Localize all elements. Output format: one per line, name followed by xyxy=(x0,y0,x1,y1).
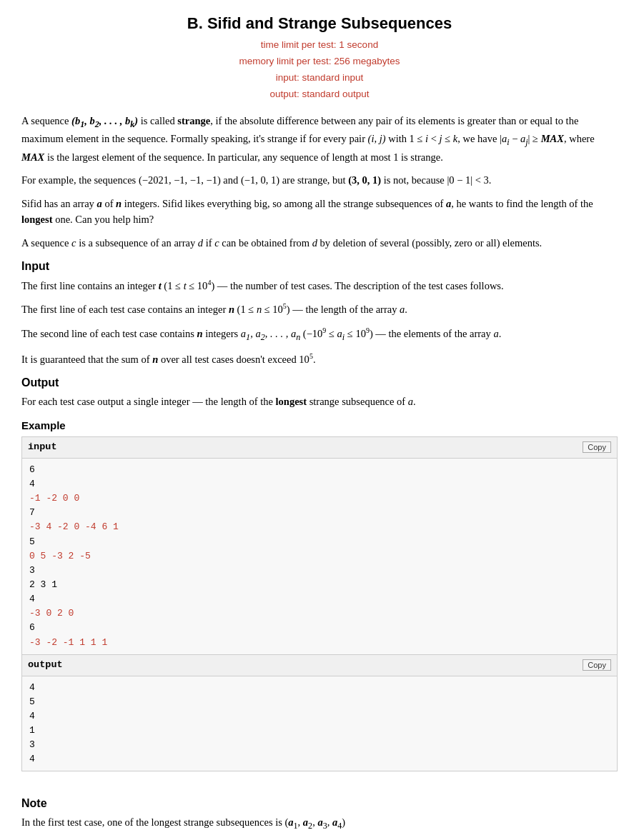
output-code-body: 4 5 4 1 3 4 xyxy=(22,676,617,771)
input-copy-button[interactable]: Copy xyxy=(583,441,611,453)
output-section-title: Output xyxy=(21,374,618,392)
input-desc-4: It is guaranteed that the sum of n over … xyxy=(21,351,618,367)
input-code-label: input xyxy=(28,440,57,455)
example-paragraph: For example, the sequences (−2021, −1, −… xyxy=(21,172,618,188)
input-section-title: Input xyxy=(21,258,618,276)
note-1: In the first test case, one of the longe… xyxy=(21,814,618,833)
sifid-paragraph: Sifid has an array a of n integers. Sifi… xyxy=(21,196,618,228)
input-type: input: standard input xyxy=(21,70,618,86)
problem-title: B. Sifid and Strange Subsequences xyxy=(21,14,618,33)
input-code-block: input Copy 6 4 -1 -2 0 0 7 -3 4 -2 0 -4 … xyxy=(21,436,618,655)
output-desc: For each test case output a single integ… xyxy=(21,394,618,409)
output-copy-button[interactable]: Copy xyxy=(583,659,611,671)
input-desc-2: The first line of each test case contain… xyxy=(21,301,618,317)
input-desc-1: The first line contains an integer t (1 … xyxy=(21,277,618,294)
input-code-header: input Copy xyxy=(22,437,617,459)
output-type: output: standard output xyxy=(21,86,618,103)
memory-limit: memory limit per test: 256 megabytes xyxy=(21,54,618,70)
problem-body: A sequence (b1, b2, . . . , bk) is calle… xyxy=(21,113,618,840)
output-code-block: output Copy 4 5 4 1 3 4 xyxy=(21,655,618,772)
note-section-title: Note xyxy=(21,795,618,813)
note-section: In the first test case, one of the longe… xyxy=(21,814,618,840)
output-code-header: output Copy xyxy=(22,655,617,676)
example-label: Example xyxy=(21,417,618,434)
input-desc-3: The second line of each test case contai… xyxy=(21,325,618,344)
intro-paragraph: A sequence (b1, b2, . . . , bk) is calle… xyxy=(21,113,618,166)
time-limit: time limit per test: 1 second xyxy=(21,37,618,54)
output-code-label: output xyxy=(28,658,63,673)
subseq-def-paragraph: A sequence c is a subsequence of an arra… xyxy=(21,235,618,251)
input-code-body: 6 4 -1 -2 0 0 7 -3 4 -2 0 -4 6 1 5 0 5 -… xyxy=(22,459,617,654)
meta-info: time limit per test: 1 second memory lim… xyxy=(21,37,618,103)
